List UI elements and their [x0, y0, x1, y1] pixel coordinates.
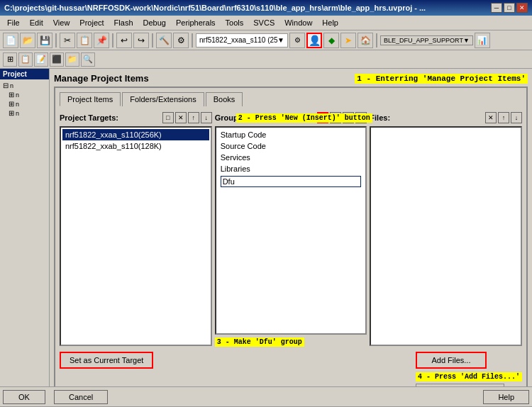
- rebuild-btn[interactable]: ⚙: [173, 33, 189, 48]
- menu-debug[interactable]: Debug: [139, 17, 170, 28]
- step3-annotation: 3 - Make 'Dfu' group: [215, 338, 304, 347]
- menu-flash[interactable]: Flash: [110, 17, 138, 28]
- cancel-button[interactable]: Cancel: [54, 390, 108, 404]
- manage-project-btn[interactable]: 👤: [306, 33, 322, 48]
- files-header: Files: ✕ ↑ ↓: [370, 112, 522, 123]
- target-item-1[interactable]: nrf51822_xxab_s110(128K): [62, 140, 209, 152]
- groups-list[interactable]: Startup Code Source Code Services Librar…: [215, 126, 367, 335]
- t2-btn4[interactable]: ⬛: [50, 52, 64, 67]
- add-files-button[interactable]: Add Files...: [416, 352, 487, 369]
- step1-annotation: 1 - Enterring 'Manage Project Items': [355, 74, 528, 84]
- minimize-button[interactable]: ─: [491, 3, 502, 13]
- cut-btn[interactable]: ✂: [60, 33, 75, 48]
- window-controls: ─ □ ✕: [491, 3, 528, 13]
- set-current-target-button[interactable]: Set as Current Target: [60, 352, 153, 369]
- group-item-3[interactable]: Libraries: [218, 163, 365, 174]
- sidebar: Project ⊟ n ⊞ n ⊞ n ⊞ n: [0, 69, 50, 386]
- add-files-image-button[interactable]: Add Files as Image...: [416, 384, 504, 386]
- t2-btn1[interactable]: ⊞: [3, 52, 17, 67]
- file-buttons: Add Files... 4 - Press 'Add Files...' Ad…: [416, 352, 522, 386]
- files-up-btn[interactable]: ↑: [498, 112, 509, 123]
- menu-window[interactable]: Window: [280, 17, 316, 28]
- sep5: [376, 33, 377, 48]
- menu-help[interactable]: Help: [318, 17, 343, 28]
- menu-file[interactable]: File: [3, 17, 24, 28]
- sidebar-tree: ⊟ n ⊞ n ⊞ n ⊞ n: [0, 79, 49, 119]
- open-btn[interactable]: 📂: [20, 33, 35, 48]
- target-dropdown[interactable]: nrf51822_xxaa_s110 (256I ▼: [196, 33, 288, 48]
- bottom-buttons: Set as Current Target Add Files... 4 - P…: [60, 352, 522, 386]
- files-delete-btn[interactable]: ✕: [485, 112, 497, 123]
- step4-annotation: 4 - Press 'Add Files...': [416, 372, 522, 381]
- step2-annotation: 2 - Press 'New (Insert)' button: [236, 113, 372, 123]
- menu-edit[interactable]: Edit: [26, 17, 48, 28]
- menu-project[interactable]: Project: [75, 17, 108, 28]
- tab-books[interactable]: Books: [206, 92, 243, 106]
- ok-button[interactable]: OK: [3, 390, 45, 404]
- tree-item-3[interactable]: ⊞ n: [1, 108, 48, 118]
- target-item-0[interactable]: nrf51822_xxaa_s110(256K): [62, 129, 209, 140]
- main-area: Project ⊟ n ⊞ n ⊞ n ⊞ n Manage Project I…: [0, 69, 532, 386]
- tree-item-1[interactable]: ⊞ n: [1, 90, 48, 99]
- targets-new-btn[interactable]: □: [162, 112, 174, 123]
- dialog-footer: OK Cancel Help: [0, 386, 532, 406]
- group-item-editing[interactable]: [218, 174, 365, 189]
- build-btn[interactable]: 🔨: [156, 33, 172, 48]
- sep4: [192, 33, 193, 48]
- save-btn[interactable]: 💾: [37, 33, 52, 48]
- files-column: Files: ✕ ↑ ↓: [370, 112, 522, 346]
- tab-project-items[interactable]: Project Items: [60, 92, 121, 106]
- targets-label: Project Targets:: [60, 113, 161, 122]
- tree-root[interactable]: ⊟ n: [1, 81, 48, 90]
- t2-btn2[interactable]: 📋: [18, 52, 33, 67]
- t2-btn5[interactable]: 📁: [65, 52, 79, 67]
- tree-item-2[interactable]: ⊞ n: [1, 99, 48, 108]
- group-item-0[interactable]: Startup Code: [218, 129, 365, 140]
- menu-view[interactable]: View: [49, 17, 74, 28]
- menu-peripherals[interactable]: Peripherals: [172, 17, 220, 28]
- group-item-1[interactable]: Source Code: [218, 140, 365, 152]
- targets-delete-btn[interactable]: ✕: [175, 112, 187, 123]
- t2-btn6[interactable]: 🔍: [81, 52, 95, 67]
- extra-btn[interactable]: 📊: [475, 33, 490, 48]
- sep2: [112, 33, 113, 48]
- btn-b[interactable]: ➤: [340, 33, 356, 48]
- sep3: [152, 33, 153, 48]
- toolbar-2: ⊞ 📋 📝 ⬛ 📁 🔍: [0, 50, 532, 69]
- group-name-input[interactable]: [221, 176, 362, 187]
- menu-bar: File Edit View Project Flash Debug Perip…: [0, 16, 532, 30]
- t2-btn3[interactable]: 📝: [34, 52, 48, 67]
- tab-folders[interactable]: Folders/Extensions: [122, 92, 204, 106]
- menu-tools[interactable]: Tools: [221, 17, 248, 28]
- targets-down-btn[interactable]: ↓: [201, 112, 212, 123]
- redo-btn[interactable]: ↪: [133, 33, 149, 48]
- group-item-2[interactable]: Services: [218, 152, 365, 163]
- files-label: Files:: [370, 113, 484, 122]
- targets-column: Project Targets: □ ✕ ↑ ↓ nrf51822_xxaa_s…: [60, 112, 212, 346]
- files-list[interactable]: [370, 126, 522, 346]
- close-button[interactable]: ✕: [516, 3, 528, 13]
- groups-column: Groups: □ ✕ ↑ ↓ 2 - Press 'New (Insert)'…: [215, 112, 367, 346]
- paste-btn[interactable]: 📌: [94, 33, 109, 48]
- maximize-button[interactable]: □: [504, 3, 515, 13]
- undo-btn[interactable]: ↩: [116, 33, 132, 48]
- sep1: [55, 33, 57, 48]
- support-dropdown[interactable]: BLE_DFU_APP_SUPPORT ▼: [380, 35, 473, 45]
- dialog-box: Project Items Folders/Extensions Books P…: [54, 87, 528, 386]
- targets-list[interactable]: nrf51822_xxaa_s110(256K) nrf51822_xxab_s…: [60, 126, 212, 346]
- help-button[interactable]: Help: [483, 390, 529, 404]
- new-file-btn[interactable]: 📄: [3, 33, 18, 48]
- target-options-btn[interactable]: ⚙: [289, 33, 305, 48]
- btn-c[interactable]: 🏠: [358, 33, 373, 48]
- toolbar-1: 📄 📂 💾 ✂ 📋 📌 ↩ ↪ 🔨 ⚙ nrf51822_xxaa_s110 (…: [0, 30, 532, 50]
- window-title: C:\projects\git-hussar\NRFFOSDK-work\Nor…: [4, 4, 426, 12]
- title-bar: C:\projects\git-hussar\NRFFOSDK-work\Nor…: [0, 0, 532, 16]
- copy-btn[interactable]: 📋: [77, 33, 92, 48]
- files-down-btn[interactable]: ↓: [511, 112, 522, 123]
- targets-up-btn[interactable]: ↑: [188, 112, 199, 123]
- btn-a[interactable]: ◆: [323, 33, 339, 48]
- targets-header: Project Targets: □ ✕ ↑ ↓: [60, 112, 212, 123]
- tab-bar: Project Items Folders/Extensions Books: [60, 92, 522, 106]
- columns-area: Project Targets: □ ✕ ↑ ↓ nrf51822_xxaa_s…: [60, 112, 522, 346]
- menu-svcs[interactable]: SVCS: [249, 17, 279, 28]
